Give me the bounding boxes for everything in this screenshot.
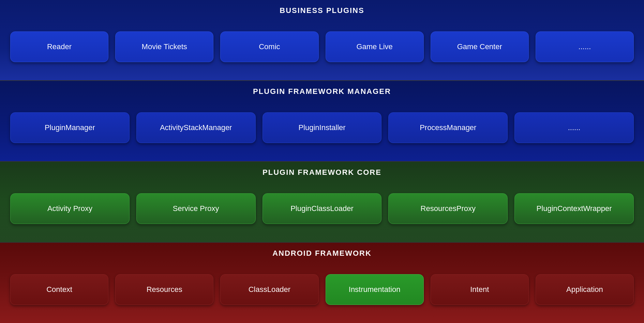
card-process-manager[interactable]: ProcessManager xyxy=(388,112,508,143)
card-comic[interactable]: Comic xyxy=(220,31,318,62)
card-movie-tickets[interactable]: Movie Tickets xyxy=(115,31,213,62)
card-reader[interactable]: Reader xyxy=(10,31,108,62)
business-plugins-section: BUSINESS PLUGINS Reader Movie Tickets Co… xyxy=(0,0,644,81)
plugin-framework-manager-section: PLUGIN FRAMEWORK MANAGER PluginManager A… xyxy=(0,81,644,162)
card-instrumentation[interactable]: Instrumentation xyxy=(326,274,424,305)
card-more-pfm[interactable]: ...... xyxy=(514,112,634,143)
plugin-framework-manager-title: PLUGIN FRAMEWORK MANAGER xyxy=(253,87,391,96)
android-cards: Context Resources ClassLoader Instrument… xyxy=(10,263,634,315)
card-activity-proxy[interactable]: Activity Proxy xyxy=(10,193,130,224)
card-intent[interactable]: Intent xyxy=(431,274,529,305)
card-plugin-context-wrapper[interactable]: PluginContextWrapper xyxy=(514,193,634,224)
android-framework-title: ANDROID FRAMEWORK xyxy=(272,249,372,258)
card-game-live[interactable]: Game Live xyxy=(326,31,424,62)
card-plugin-manager[interactable]: PluginManager xyxy=(10,112,130,143)
card-plugin-class-loader[interactable]: PluginClassLoader xyxy=(263,193,382,224)
card-resources[interactable]: Resources xyxy=(115,274,213,305)
card-service-proxy[interactable]: Service Proxy xyxy=(136,193,256,224)
business-plugins-title: BUSINESS PLUGINS xyxy=(280,6,364,15)
card-resources-proxy[interactable]: ResourcesProxy xyxy=(388,193,508,224)
pfm-cards: PluginManager ActivityStackManager Plugi… xyxy=(10,101,634,154)
business-plugins-cards: Reader Movie Tickets Comic Game Live Gam… xyxy=(10,20,634,73)
card-plugin-installer[interactable]: PluginInstaller xyxy=(263,112,382,143)
card-more-bp[interactable]: ...... xyxy=(536,31,634,62)
pfc-cards: Activity Proxy Service Proxy PluginClass… xyxy=(10,182,634,235)
card-activity-stack-manager[interactable]: ActivityStackManager xyxy=(136,112,256,143)
card-game-center[interactable]: Game Center xyxy=(431,31,529,62)
card-context[interactable]: Context xyxy=(10,274,108,305)
plugin-framework-core-title: PLUGIN FRAMEWORK CORE xyxy=(263,168,381,177)
plugin-framework-core-section: PLUGIN FRAMEWORK CORE Activity Proxy Ser… xyxy=(0,162,644,243)
card-application[interactable]: Application xyxy=(536,274,634,305)
android-framework-section: ANDROID FRAMEWORK Context Resources Clas… xyxy=(0,243,644,323)
card-classloader[interactable]: ClassLoader xyxy=(220,274,318,305)
